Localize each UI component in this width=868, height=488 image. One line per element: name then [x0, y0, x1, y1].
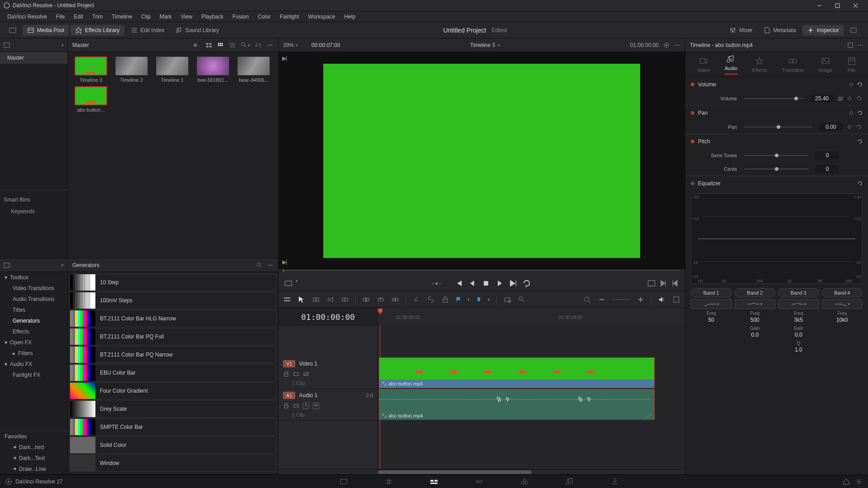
inspector-tab-transition[interactable]: Transition: [782, 56, 804, 73]
zoom-slider[interactable]: [612, 299, 630, 300]
viewer-timeline-dropdown[interactable]: [498, 43, 500, 47]
band-freq[interactable]: 500: [750, 316, 760, 324]
strip-view-icon[interactable]: [229, 42, 236, 49]
menu-mark[interactable]: Mark: [155, 14, 176, 20]
fx-generator-item[interactable]: BT.2111 Color Bar HLG Narrow: [70, 310, 276, 327]
bypass-icon[interactable]: [663, 42, 670, 48]
video-clip[interactable]: abo button.mp4: [379, 357, 655, 388]
match-frame-out-icon[interactable]: [281, 259, 288, 266]
viewer-zoom[interactable]: 39%: [283, 42, 298, 48]
track-auto-select-icon[interactable]: [293, 371, 299, 377]
band-shape-selector[interactable]: [691, 299, 732, 309]
volume-slider[interactable]: [744, 98, 803, 99]
viewer-tc-in[interactable]: 00:00:07:00: [311, 42, 340, 48]
more-icon[interactable]: [266, 42, 274, 49]
section-enable-dot[interactable]: [691, 111, 694, 115]
audio-track-header[interactable]: A1 Audio 1 2.0 S M 1 Clip: [278, 389, 377, 421]
fx-generator-item[interactable]: Solid Color: [70, 436, 276, 454]
loop-icon[interactable]: [522, 279, 531, 288]
band-gain[interactable]: 0.0: [795, 331, 802, 339]
media-pool-toggle[interactable]: Media Pool: [23, 25, 69, 36]
track-badge[interactable]: V1: [283, 360, 295, 367]
fx-panel-dropdown[interactable]: [61, 263, 64, 267]
razor-icon[interactable]: [412, 296, 420, 304]
trim-tool-icon[interactable]: [312, 296, 320, 304]
menu-color[interactable]: Color: [253, 14, 275, 20]
menu-help[interactable]: Help: [340, 14, 360, 20]
more-icon[interactable]: [857, 42, 863, 48]
fx-favorite-item[interactable]: ✦Dark...Text: [0, 453, 67, 464]
cents-value[interactable]: 0: [816, 165, 839, 173]
fx-tree-openfx[interactable]: ▾Open FX: [0, 337, 67, 348]
sort-icon[interactable]: [255, 42, 262, 49]
next-edit-icon[interactable]: [659, 279, 668, 288]
timeline-timecode[interactable]: 01:00:00:00: [278, 312, 378, 322]
menu-playback[interactable]: Playback: [197, 14, 228, 20]
track-solo-button[interactable]: S: [303, 403, 309, 409]
track-disable-icon[interactable]: [303, 371, 309, 377]
fx-tree-toolbox[interactable]: ▾Toolbox: [0, 272, 67, 283]
band-q[interactable]: 1.0: [795, 346, 802, 354]
more-icon[interactable]: [267, 262, 274, 268]
viewer-canvas[interactable]: [323, 64, 640, 258]
section-pan[interactable]: Pan: [698, 110, 845, 116]
clip-thumb[interactable]: bear-34006...: [235, 56, 272, 83]
fusion-page-icon[interactable]: [475, 477, 484, 486]
band-toggle[interactable]: Band 3: [778, 288, 819, 297]
thumb-view-icon[interactable]: [217, 42, 224, 49]
insert-mode-dropdown[interactable]: [296, 279, 298, 288]
section-enable-dot[interactable]: [691, 83, 694, 86]
inspector-tab-audio[interactable]: Audio: [725, 55, 737, 75]
clip-thumb[interactable]: bee-561801...: [194, 56, 231, 83]
deliver-page-icon[interactable]: [610, 477, 619, 486]
band-toggle[interactable]: Band 2: [735, 288, 776, 297]
bin-dropdown[interactable]: [61, 43, 64, 47]
full-screen-button[interactable]: [845, 25, 862, 36]
selection-tool-icon[interactable]: [297, 296, 306, 304]
semitones-value[interactable]: 0: [816, 151, 839, 160]
inspector-toggle[interactable]: Inspector: [802, 25, 844, 36]
band-shape-selector[interactable]: [822, 299, 863, 309]
smart-bin-keywords[interactable]: Keywords: [0, 206, 67, 217]
fx-favorite-item[interactable]: ✦Dark...hird: [0, 442, 67, 453]
fx-tree-filters[interactable]: ▸Filters: [0, 348, 67, 359]
bin-master[interactable]: Master: [0, 52, 67, 64]
pan-value[interactable]: 0.00: [819, 123, 843, 131]
clip-thumb[interactable]: Timeline 2: [113, 56, 150, 83]
marker-blue-icon[interactable]: [476, 297, 481, 302]
edit-page-icon[interactable]: [429, 477, 439, 486]
fx-generator-item[interactable]: Window: [70, 455, 276, 472]
band-toggle[interactable]: Band 1: [691, 288, 732, 297]
menu-fusion[interactable]: Fusion: [228, 14, 253, 20]
match-frame-in-icon[interactable]: [281, 56, 288, 62]
sort-indicator[interactable]: [193, 43, 197, 47]
fx-generator-item[interactable]: EBU Color Bar: [70, 364, 276, 381]
list-view-icon[interactable]: [205, 42, 212, 49]
band-toggle[interactable]: Band 4: [822, 288, 863, 297]
go-first-icon[interactable]: [454, 279, 463, 288]
track-mute-button[interactable]: M: [313, 403, 319, 409]
fx-generator-item[interactable]: SMPTE Color Bar: [70, 418, 276, 436]
volume-stepper[interactable]: [838, 97, 843, 101]
cut-page-icon[interactable]: [384, 477, 393, 486]
menu-view[interactable]: View: [176, 14, 197, 20]
inspector-tab-effects[interactable]: Effects: [752, 56, 767, 73]
fx-tree-generators[interactable]: Generators: [0, 315, 67, 326]
eq-graph[interactable]: +24 +24 +12 +12 -12 -12 -24 -24 Hz 62 25…: [691, 193, 863, 284]
timeline-view-options-icon[interactable]: [283, 296, 291, 304]
zoom-all-icon[interactable]: [583, 296, 591, 304]
zoom-in-icon[interactable]: [637, 296, 645, 304]
lock-icon[interactable]: [441, 296, 449, 304]
fx-panel-icon[interactable]: [4, 262, 10, 268]
track-lock-icon[interactable]: [283, 403, 289, 409]
section-enable-dot[interactable]: [691, 182, 694, 185]
menu-davinci[interactable]: DaVinci Resolve: [3, 14, 52, 20]
search-icon[interactable]: [256, 262, 263, 268]
video-track-header[interactable]: V1 Video 1 1 Clip: [278, 357, 377, 389]
keyframe-icon[interactable]: [849, 111, 854, 115]
insert-mode-icon[interactable]: [284, 279, 293, 288]
minimize-button[interactable]: [810, 0, 828, 11]
snap-icon[interactable]: [503, 296, 511, 304]
media-page-icon[interactable]: [339, 477, 348, 486]
step-back-icon[interactable]: [468, 279, 477, 288]
